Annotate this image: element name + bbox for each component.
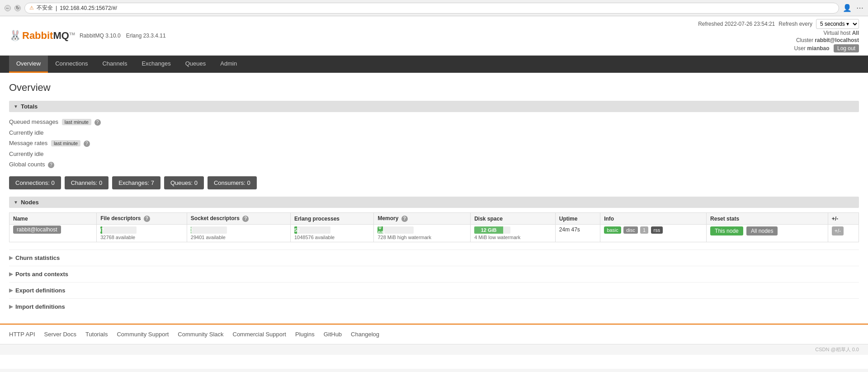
logo-text: RabbitMQTM (22, 30, 75, 42)
churn-chevron: ▶ (9, 255, 13, 261)
channels-count-button[interactable]: Channels: 0 (65, 176, 108, 189)
file-desc-fill: 37 (100, 226, 102, 234)
user-label: User (794, 45, 806, 52)
churn-label: Churn statistics (15, 254, 60, 261)
ports-contexts-header[interactable]: ▶ Ports and contexts (9, 271, 859, 278)
footer-tutorials[interactable]: Tutorials (85, 331, 108, 338)
ports-chevron: ▶ (9, 271, 13, 277)
badge-rss: rss (651, 226, 663, 234)
col-info: Info (600, 213, 707, 225)
col-disk: Disk space (471, 213, 556, 225)
ports-contexts-section: ▶ Ports and contexts (9, 266, 859, 282)
reset-this-node-button[interactable]: This node (710, 226, 743, 235)
content-area: Overview ▼ Totals Queued messages last m… (0, 73, 868, 324)
user-row: User mianbao Log out (698, 44, 859, 52)
totals-header[interactable]: ▼ Totals (9, 101, 859, 112)
erlang-proc-bar: 352 (294, 226, 330, 234)
totals-chevron: ▼ (14, 104, 18, 109)
queues-count-button[interactable]: Queues: 0 (164, 176, 204, 189)
nodes-label: Nodes (21, 199, 39, 206)
vhost-value: All (852, 30, 859, 36)
file-desc-help[interactable]: ? (144, 216, 150, 222)
footer-server-docs[interactable]: Server Docs (44, 331, 77, 338)
footer-plugins[interactable]: Plugins (295, 331, 315, 338)
add-remove-button[interactable]: +/- (832, 226, 844, 235)
footer-changelog[interactable]: Changelog (351, 331, 379, 338)
import-definitions-header[interactable]: ▶ Import definitions (9, 303, 859, 310)
address-separator: | (56, 5, 57, 11)
bottom-bar: CSDN @稻草人 0.0 (0, 344, 868, 355)
socket-desc-help[interactable]: ? (242, 216, 249, 222)
churn-statistics-header[interactable]: ▶ Churn statistics (9, 254, 859, 261)
erlang-proc-sub: 1048576 available (294, 235, 370, 240)
memory-cell: 70 MiB 728 MiB high watermark (374, 225, 471, 242)
socket-desc-fill: 0 (191, 226, 192, 234)
col-memory: Memory ? (374, 213, 471, 225)
memory-sub: 728 MiB high watermark (377, 235, 467, 240)
footer: HTTP API Server Docs Tutorials Community… (0, 324, 868, 344)
disk-cell: 12 GiB 4 MiB low watermark (471, 225, 556, 242)
back-button[interactable]: ← (5, 5, 11, 11)
logout-button[interactable]: Log out (834, 44, 859, 52)
footer-commercial-support[interactable]: Commercial Support (233, 331, 287, 338)
file-desc-cell: 37 32768 available (97, 225, 187, 242)
nodes-header[interactable]: ▼ Nodes (9, 197, 859, 208)
cluster-row: Cluster rabbit@localhost (698, 37, 859, 43)
message-rates-help[interactable]: ? (84, 141, 90, 147)
footer-http-api[interactable]: HTTP API (9, 331, 35, 338)
exchanges-count-button[interactable]: Exchanges: 7 (112, 176, 160, 189)
export-label: Export definitions (15, 287, 66, 294)
erlang-version: Erlang 23.3.4.11 (126, 33, 166, 39)
address-bar[interactable]: ⚠ 不安全 | 192.168.40.25:15672/#/ (24, 3, 839, 14)
uptime-value: 24m 47s (559, 226, 580, 233)
footer-community-support[interactable]: Community Support (117, 331, 169, 338)
logo-mq: MQ (53, 30, 69, 41)
queued-messages-row: Queued messages last minute ? (9, 117, 859, 127)
col-uptime: Uptime (555, 213, 600, 225)
connections-count-button[interactable]: Connections: 0 (9, 176, 61, 189)
export-definitions-header[interactable]: ▶ Export definitions (9, 287, 859, 294)
queued-messages-badge: last minute (62, 119, 91, 125)
global-counts-label: Global counts (9, 161, 45, 168)
menu-icon: ⋯ (856, 4, 863, 12)
info-cell: basic disc 1 rss (600, 225, 707, 242)
col-reset: Reset stats (707, 213, 828, 225)
cluster-value: rabbit@localhost (815, 37, 859, 43)
nav-item-connections[interactable]: Connections (48, 56, 95, 73)
nav-item-channels[interactable]: Channels (95, 56, 134, 73)
queued-messages-help[interactable]: ? (94, 119, 101, 126)
user-value: mianbao (807, 45, 829, 52)
memory-help[interactable]: ? (401, 216, 408, 222)
erlang-proc-fill: 352 (294, 226, 297, 234)
node-name-badge: rabbit@localhost (13, 226, 61, 234)
refresh-button[interactable]: ↻ (14, 5, 21, 11)
consumers-count-button[interactable]: Consumers: 0 (208, 176, 257, 189)
nav-item-admin[interactable]: Admin (213, 56, 244, 73)
badge-disc: disc (623, 226, 638, 234)
nav-item-overview[interactable]: Overview (9, 56, 48, 73)
message-rates-badge: last minute (51, 140, 80, 146)
rabbitmq-version: RabbitMQ 3.10.0 (80, 33, 121, 39)
reset-all-nodes-button[interactable]: All nodes (746, 226, 778, 235)
import-chevron: ▶ (9, 304, 13, 310)
logo-tm: TM (69, 32, 75, 36)
footer-github[interactable]: GitHub (324, 331, 342, 338)
warning-text: 不安全 (37, 4, 53, 12)
footer-community-slack[interactable]: Community Slack (178, 331, 223, 338)
reset-cell: This node All nodes (707, 225, 828, 242)
refresh-row: Refreshed 2022-07-26 23:54:21 Refresh ev… (698, 19, 859, 29)
nav-item-exchanges[interactable]: Exchanges (134, 56, 178, 73)
disk-bar: 12 GiB (474, 226, 510, 234)
refresh-select[interactable]: 5 seconds ▾ (816, 19, 859, 29)
col-erlang-proc: Erlang processes (290, 213, 373, 225)
socket-desc-cell: 0 29401 available (187, 225, 290, 242)
nodes-table-head: Name File descriptors ? Socket descripto… (9, 213, 859, 225)
global-counts-help[interactable]: ? (48, 162, 54, 168)
logo-icon: 🐰 (9, 30, 21, 42)
top-right: Refreshed 2022-07-26 23:54:21 Refresh ev… (698, 19, 859, 52)
nav-item-queues[interactable]: Queues (178, 56, 213, 73)
export-definitions-section: ▶ Export definitions (9, 282, 859, 298)
totals-label: Totals (21, 103, 38, 110)
queued-messages-label: Queued messages (9, 118, 58, 125)
col-socket-desc: Socket descriptors ? (187, 213, 290, 225)
